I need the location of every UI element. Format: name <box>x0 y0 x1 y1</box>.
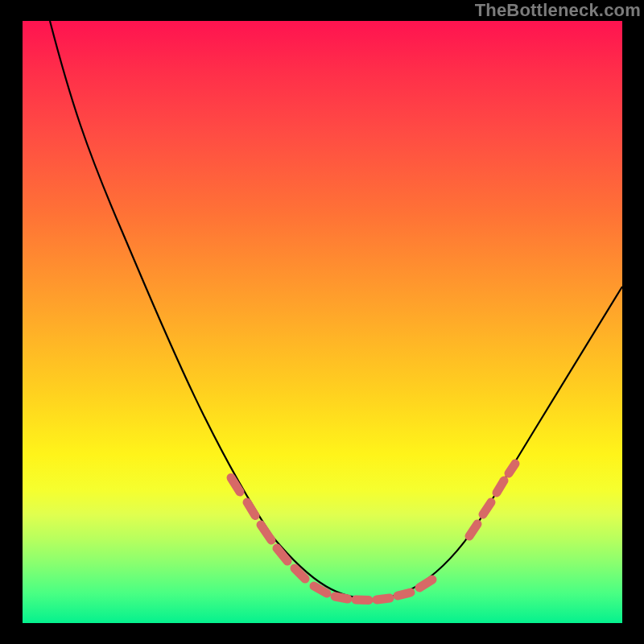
heatmap-gradient-background <box>23 21 622 623</box>
watermark-text: TheBottleneck.com <box>475 0 641 21</box>
chart-frame <box>23 21 622 623</box>
